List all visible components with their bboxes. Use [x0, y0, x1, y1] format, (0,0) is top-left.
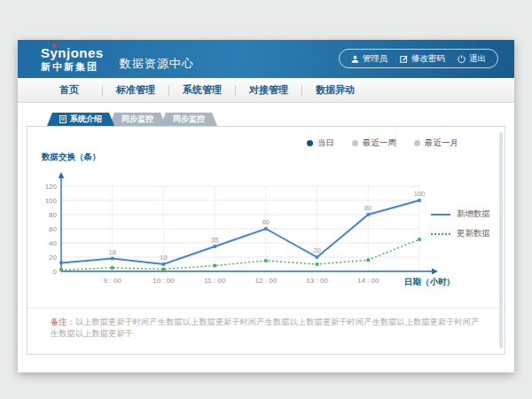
app-window: Synjones 新中新集团 数据资源中心 管理员 修改密码 退出 首页 标准管… [18, 40, 514, 372]
panel-scrollbar[interactable] [499, 132, 503, 348]
nav-divider [301, 85, 302, 96]
svg-text:13 : 00: 13 : 00 [306, 277, 328, 285]
tab-system-intro[interactable]: 系统介绍 [47, 113, 114, 126]
dotted-line-swatch-icon [431, 233, 450, 235]
logo-wordmark: Synjones [41, 46, 104, 59]
change-password-label: 修改密码 [411, 53, 445, 65]
svg-text:80: 80 [364, 204, 372, 212]
nav-item-integration-mgmt[interactable]: 对接管理 [240, 83, 297, 97]
nav-item-home[interactable]: 首页 [41, 83, 98, 97]
svg-text:10 : 00: 10 : 00 [153, 277, 175, 285]
range-option-label: 当日 [317, 137, 334, 149]
svg-text:100: 100 [45, 197, 58, 205]
radio-unselected-icon [414, 140, 420, 146]
legend-item-update-data[interactable]: 更新数据 [431, 228, 490, 239]
svg-text:18: 18 [109, 248, 116, 256]
svg-text:40: 40 [49, 239, 57, 247]
logout-label: 退出 [469, 53, 486, 65]
svg-text:11 : 00: 11 : 00 [204, 277, 225, 285]
footnote-prefix: 备注： [51, 317, 75, 326]
radio-unselected-icon [352, 140, 358, 146]
company-logo: Synjones 新中新集团 [41, 46, 104, 72]
svg-text:14 : 00: 14 : 00 [357, 277, 379, 285]
page-title: 数据资源中心 [120, 56, 194, 72]
svg-text:日期（小时）: 日期（小时） [404, 277, 455, 287]
legend-label: 更新数据 [457, 228, 490, 239]
svg-text:12 : 00: 12 : 00 [255, 277, 278, 285]
footnote: 备注：以上数据更新于时间产生数据以上数据更新于时间产生数据以上数据更新于时间产生… [27, 308, 505, 340]
nav-item-data-change[interactable]: 数据异动 [307, 83, 364, 97]
range-option-last-month[interactable]: 最近一月 [414, 137, 458, 149]
chart-legend: 新增数据 更新数据 [431, 208, 490, 239]
user-icon [351, 55, 359, 63]
nav-item-standard-mgmt[interactable]: 标准管理 [107, 83, 164, 97]
footnote-text: 以上数据更新于时间产生数据以上数据更新于时间产生数据以上数据更新于时间产生数据以… [51, 317, 480, 338]
main-nav: 首页 标准管理 系统管理 对接管理 数据异动 [18, 78, 514, 103]
svg-text:60: 60 [262, 218, 270, 226]
tab-sync-monitor-2[interactable]: 同步监控 [160, 113, 217, 126]
power-icon [458, 55, 466, 63]
range-option-label: 最近一月 [425, 137, 458, 149]
range-option-last-week[interactable]: 最近一周 [352, 137, 396, 149]
legend-item-new-data[interactable]: 新增数据 [431, 208, 490, 220]
svg-text:100: 100 [414, 190, 426, 198]
radio-selected-icon [307, 140, 313, 146]
svg-text:0: 0 [53, 268, 58, 276]
svg-text:9 : 00: 9 : 00 [104, 277, 122, 285]
content-panel: 当日 最近一周 最近一月 数据交换（条） 0204060801001209 : … [27, 126, 505, 355]
legend-label: 新增数据 [457, 208, 490, 220]
current-user-button[interactable]: 管理员 [351, 53, 388, 65]
tab-label: 系统介绍 [70, 113, 102, 126]
svg-text:60: 60 [49, 225, 57, 233]
nav-divider [168, 85, 169, 96]
tab-label: 同步监控 [121, 113, 153, 126]
range-option-today[interactable]: 当日 [307, 137, 334, 149]
solid-line-swatch-icon [431, 214, 450, 215]
user-toolbar: 管理员 修改密码 退出 [339, 49, 499, 68]
nav-divider [102, 85, 103, 96]
tab-label: 同步监控 [173, 113, 205, 126]
app-header: Synjones 新中新集团 数据资源中心 管理员 修改密码 退出 [18, 40, 514, 78]
nav-item-system-mgmt[interactable]: 系统管理 [174, 83, 231, 97]
svg-text:120: 120 [45, 183, 58, 191]
svg-text:80: 80 [49, 211, 57, 219]
svg-text:35: 35 [211, 236, 218, 244]
logo-subtitle: 新中新集团 [41, 62, 104, 72]
svg-text:20: 20 [49, 254, 57, 262]
line-chart: 0204060801001209 : 0010 : 0011 : 0012 : … [40, 163, 457, 294]
range-option-label: 最近一周 [363, 137, 396, 149]
time-range-selector: 当日 最近一周 最近一月 [307, 137, 458, 149]
document-icon [59, 115, 66, 123]
nav-divider [235, 85, 236, 96]
logout-button[interactable]: 退出 [458, 53, 486, 65]
svg-text:10: 10 [160, 254, 167, 262]
svg-text:20: 20 [313, 246, 320, 254]
tab-bar: 系统介绍 同步监控 同步监控 [47, 113, 212, 126]
y-axis-title: 数据交换（条） [42, 152, 101, 163]
tab-sync-monitor-1[interactable]: 同步监控 [109, 113, 166, 126]
current-user-label: 管理员 [363, 53, 388, 65]
edit-icon [400, 55, 408, 63]
change-password-button[interactable]: 修改密码 [400, 53, 445, 65]
